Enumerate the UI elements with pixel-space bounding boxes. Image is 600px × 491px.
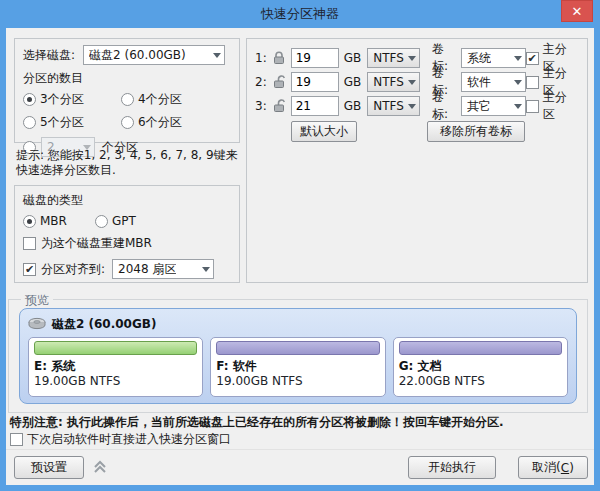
chevron-down-icon	[514, 56, 522, 61]
disk-type-label: 磁盘的类型	[23, 192, 233, 209]
lock-icon[interactable]	[271, 50, 287, 66]
size-input[interactable]	[291, 48, 339, 68]
partition-count-label: 分区的数目	[23, 70, 233, 87]
chevron-down-icon	[213, 53, 221, 58]
close-icon: ✕	[572, 4, 583, 19]
unlock-icon[interactable]	[271, 98, 287, 114]
radio-icon	[121, 116, 134, 129]
filesystem-combobox[interactable]: NTFS	[367, 96, 420, 116]
volume-label-caption: 卷标:	[432, 89, 456, 123]
start-execute-button[interactable]: 开始执行	[408, 456, 496, 479]
volume-combobox[interactable]: 系统	[461, 48, 526, 68]
remove-all-labels-button[interactable]: 移除所有卷标	[427, 121, 525, 142]
radio-4-partitions[interactable]: 4个分区	[121, 91, 182, 108]
unit-label: GB	[344, 51, 362, 65]
preview-group: 预览 磁盘2 (60.00GB) E: 系统 19.00GB NTFS	[8, 299, 588, 413]
checkbox-icon	[10, 433, 23, 446]
chevron-down-icon	[202, 267, 210, 272]
radio-6-partitions[interactable]: 6个分区	[121, 114, 182, 131]
chevron-down-icon	[514, 104, 522, 109]
unit-label: GB	[344, 75, 362, 89]
partition-usage-bar	[34, 341, 197, 355]
disk-preview-panel: 磁盘2 (60.00GB) E: 系统 19.00GB NTFS F: 软件 1…	[19, 308, 577, 404]
dialog-body: 选择磁盘: 磁盘2 (60.00GB) 分区的数目 3个分区 4个分区	[6, 28, 594, 485]
partition-name: G: 文档	[399, 358, 562, 374]
chevron-down-icon	[408, 104, 416, 109]
radio-3-partitions[interactable]: 3个分区	[23, 91, 121, 108]
size-input[interactable]	[291, 96, 339, 116]
preview-partition: E: 系统 19.00GB NTFS	[28, 337, 203, 397]
disk-select-label: 选择磁盘:	[23, 47, 75, 64]
autostart-checkbox[interactable]: 下次启动软件时直接进入快速分区窗口	[10, 431, 231, 448]
row-index: 1:	[255, 51, 269, 65]
preview-disk-title: 磁盘2 (60.00GB)	[52, 316, 156, 333]
partition-usage-bar	[216, 341, 379, 355]
unlock-icon[interactable]	[271, 74, 287, 90]
close-button[interactable]: ✕	[561, 0, 593, 22]
radio-icon	[95, 215, 108, 228]
default-size-button[interactable]: 默认大小	[291, 121, 357, 142]
align-value: 2048 扇区	[118, 261, 176, 278]
partition-usage-bar	[399, 341, 562, 355]
checkbox-icon	[23, 237, 36, 250]
chevron-down-icon	[408, 56, 416, 61]
row-index: 3:	[255, 99, 269, 113]
warning-text: 特别注意: 执行此操作后，当前所选磁盘上已经存在的所有分区将被删除！按回车键开始…	[10, 414, 592, 431]
checkbox-icon	[526, 100, 539, 113]
partition-info: 19.00GB NTFS	[34, 374, 197, 389]
footer-bar: 预设置 开始执行 取消(C)	[6, 449, 594, 485]
radio-5-partitions[interactable]: 5个分区	[23, 114, 121, 131]
disk-select-value: 磁盘2 (60.00GB)	[89, 47, 186, 64]
radio-icon	[23, 93, 36, 106]
preset-button[interactable]: 预设置	[14, 456, 84, 479]
partition-settings-group: 1: GB NTFS 卷标: 系统 ✔ 主分区 2:	[246, 38, 588, 283]
partition-row: 3: GB NTFS 卷标: 其它 主分区	[255, 94, 587, 118]
preview-partition: F: 软件 19.00GB NTFS	[210, 337, 385, 397]
size-input[interactable]	[291, 72, 339, 92]
partition-info: 22.00GB NTFS	[399, 374, 562, 389]
cancel-button[interactable]: 取消(C)	[518, 456, 588, 479]
radio-icon	[23, 116, 36, 129]
radio-gpt[interactable]: GPT	[95, 214, 136, 228]
title-bar[interactable]: 快速分区神器 ✕	[6, 0, 594, 28]
align-combobox[interactable]: 2048 扇区	[112, 259, 214, 279]
row-index: 2:	[255, 75, 269, 89]
preview-partition: G: 文档 22.00GB NTFS	[393, 337, 568, 397]
primary-checkbox[interactable]: 主分区	[526, 89, 587, 123]
partition-info: 19.00GB NTFS	[216, 374, 379, 389]
filesystem-combobox[interactable]: NTFS	[367, 48, 420, 68]
checkbox-icon: ✔	[526, 52, 539, 65]
double-chevron-up-icon[interactable]	[92, 459, 108, 475]
hint-text: 提示: 您能按1, 2, 3, 4, 5, 6, 7, 8, 9键来快速选择分区…	[16, 148, 242, 178]
radio-icon	[23, 215, 36, 228]
volume-combobox[interactable]: 软件	[461, 72, 526, 92]
partition-name: F: 软件	[216, 358, 379, 374]
align-checkbox[interactable]: ✔ 分区对齐到:	[23, 261, 105, 278]
rebuild-mbr-checkbox[interactable]: 为这个磁盘重建MBR	[23, 235, 233, 252]
partition-name: E: 系统	[34, 358, 197, 374]
radio-mbr[interactable]: MBR	[23, 214, 95, 228]
chevron-down-icon	[408, 80, 416, 85]
disk-type-group: 磁盘的类型 MBR GPT 为这个磁盘重建MBR ✔ 分区对齐到:	[14, 185, 240, 283]
chevron-down-icon	[514, 80, 522, 85]
radio-icon	[121, 93, 134, 106]
volume-combobox[interactable]: 其它	[461, 96, 526, 116]
filesystem-combobox[interactable]: NTFS	[367, 72, 420, 92]
preview-legend: 预览	[21, 292, 53, 309]
disk-select-combobox[interactable]: 磁盘2 (60.00GB)	[83, 45, 225, 65]
disk-select-group: 选择磁盘: 磁盘2 (60.00GB) 分区的数目 3个分区 4个分区	[14, 38, 240, 143]
checkbox-icon	[526, 76, 539, 89]
app-window: 快速分区神器 ✕ 选择磁盘: 磁盘2 (60.00GB) 分区的数目 3个分区	[0, 0, 600, 491]
unit-label: GB	[344, 99, 362, 113]
hard-disk-icon	[28, 317, 46, 331]
window-title: 快速分区神器	[261, 5, 339, 23]
checkbox-icon: ✔	[23, 263, 36, 276]
